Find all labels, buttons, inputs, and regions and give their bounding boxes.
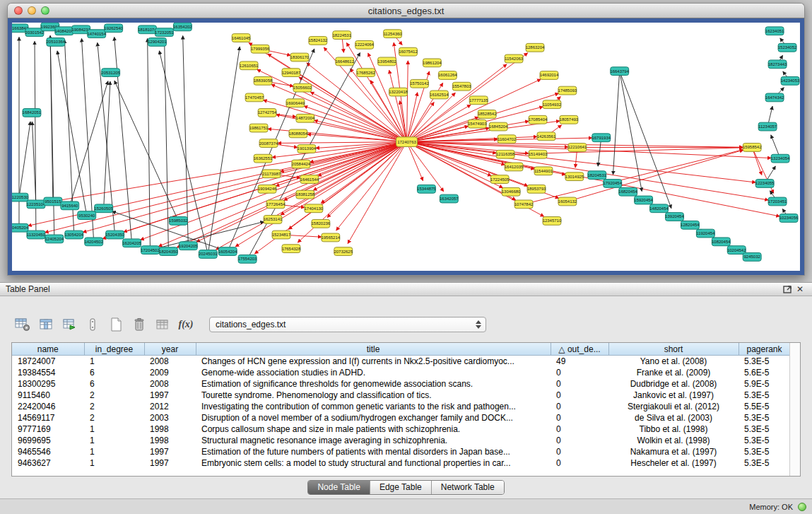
graph-node[interactable]: 18953793: [527, 185, 546, 193]
graph-node[interactable]: 16075412: [399, 47, 418, 56]
table-row[interactable]: 969969511998Structural magnetic resonanc…: [12, 435, 790, 446]
graph-node[interactable]: 13234054: [771, 154, 790, 163]
table-cell[interactable]: 5.9E-5: [739, 378, 790, 390]
graph-node[interactable]: 21173987: [262, 170, 281, 178]
table-cell[interactable]: 0: [551, 412, 608, 424]
graph-node[interactable]: 9245032: [743, 253, 761, 262]
table-cell[interactable]: 5.3E-5: [739, 390, 790, 401]
graph-node[interactable]: 17485093: [558, 86, 577, 95]
memory-indicator[interactable]: [798, 503, 806, 511]
graph-node[interactable]: 12234055: [755, 180, 775, 188]
graph-node[interactable]: 20584424: [292, 160, 311, 168]
graph-node[interactable]: 10747842: [514, 200, 534, 209]
graph-node[interactable]: 16253141: [264, 216, 283, 224]
graph-node[interactable]: 19565214: [321, 233, 340, 242]
table-cell[interactable]: Disruption of a novel member of a sodium…: [196, 412, 551, 424]
column-header-title[interactable]: title: [196, 343, 551, 356]
table-cell[interactable]: Wolkin et al. (1998): [608, 435, 739, 446]
tab-network-table[interactable]: Network Table: [431, 481, 504, 494]
graph-node[interactable]: 12116358: [496, 150, 515, 158]
table-cell[interactable]: Nakamura et al. (1997): [608, 446, 739, 457]
table-row[interactable]: 946362711997Embryonic stem cells: a mode…: [12, 457, 790, 469]
graph-node[interactable]: 9501515: [44, 197, 62, 206]
table-cell[interactable]: Stergiakouli et al. (2012): [608, 401, 739, 412]
graph-node[interactable]: 16791934: [592, 134, 611, 142]
table-cell[interactable]: 1: [84, 446, 144, 457]
table-cell[interactable]: 0: [551, 424, 608, 435]
table-cell[interactable]: 1: [84, 435, 144, 446]
zoom-window-button[interactable]: [41, 6, 49, 15]
graph-node[interactable]: 20732625: [334, 247, 353, 256]
table-cell[interactable]: 2008: [144, 378, 196, 390]
delete-column-button[interactable]: [129, 315, 149, 334]
table-cell[interactable]: 0: [551, 367, 608, 378]
window-titlebar[interactable]: citations_edges.txt: [7, 3, 805, 18]
graph-node[interactable]: 12940187: [282, 69, 301, 77]
graph-node[interactable]: 13220418: [389, 88, 408, 96]
table-row[interactable]: 1872400712008Changes of HCN gene express…: [12, 356, 790, 368]
table-cell[interactable]: 2: [84, 412, 144, 424]
graph-node[interactable]: 15750142: [410, 79, 429, 88]
graph-node[interactable]: 12610651: [240, 62, 259, 70]
graph-node[interactable]: 19094246: [258, 185, 277, 193]
table-cell[interactable]: 2: [84, 401, 144, 412]
table-cell[interactable]: 1: [84, 457, 144, 469]
table-cell[interactable]: Jankovic et al. (1997): [608, 390, 739, 401]
graph-node[interactable]: 14740154: [87, 30, 106, 38]
table-cell[interactable]: 0: [551, 401, 608, 412]
graph-node[interactable]: 16842051: [23, 109, 42, 117]
graph-node[interactable]: 12863204: [526, 43, 545, 52]
tab-edge-table[interactable]: Edge Table: [370, 481, 431, 494]
table-cell[interactable]: 1997: [144, 457, 196, 469]
table-cell[interactable]: 0: [551, 446, 608, 457]
graph-node[interactable]: 20531205: [101, 69, 120, 77]
row-options-button[interactable]: [83, 315, 102, 334]
graph-node[interactable]: 15344875: [417, 185, 436, 193]
table-cell[interactable]: 9465546: [12, 446, 84, 457]
graph-node[interactable]: 18224531: [332, 31, 351, 40]
table-cell[interactable]: Corpus callosum shape and size in male p…: [196, 424, 551, 435]
graph-node[interactable]: 15547803: [452, 82, 471, 90]
table-cell[interactable]: 9463627: [12, 457, 84, 469]
graph-node[interactable]: 19861751: [249, 124, 269, 132]
network-graph[interactable]: 1724076316461045179993561261065118839058…: [12, 23, 800, 271]
graph-node[interactable]: 16054132: [558, 197, 577, 206]
graph-node[interactable]: 12235104: [27, 200, 46, 209]
graph-node[interactable]: 15204350: [105, 230, 124, 239]
column-header-short[interactable]: short: [608, 343, 739, 356]
graph-node[interactable]: 16643794: [610, 67, 629, 76]
graph-node[interactable]: 11220530: [12, 193, 29, 201]
graph-node[interactable]: 16820454: [618, 187, 637, 196]
graph-node[interactable]: 16054204: [218, 247, 237, 256]
graph-node[interactable]: 16845204: [489, 122, 508, 131]
table-cell[interactable]: 0: [551, 378, 608, 390]
table-row[interactable]: 2242004622012Investigating the contribut…: [12, 401, 790, 412]
graph-node[interactable]: 15958542: [743, 144, 762, 152]
graph-node[interactable]: 10234056: [779, 214, 799, 223]
table-cell[interactable]: 6: [84, 367, 144, 378]
table-cell[interactable]: Tibbo et al. (1998): [608, 424, 739, 435]
graph-node[interactable]: 16354202: [173, 23, 192, 31]
graph-node[interactable]: 9530240: [78, 211, 96, 220]
graph-node[interactable]: 17240763: [396, 137, 418, 147]
graph-node[interactable]: 12210641: [568, 144, 587, 152]
table-cell[interactable]: 5.3E-5: [739, 446, 790, 457]
graph-node[interactable]: 17203451: [768, 197, 787, 206]
graph-node[interactable]: 19262540: [104, 24, 123, 33]
graph-node[interactable]: 12820454: [681, 221, 700, 229]
network-canvas[interactable]: 1724076316461045179993561261065118839058…: [12, 23, 800, 271]
table-cell[interactable]: Estimation of significance thresholds fo…: [196, 378, 551, 390]
graph-node[interactable]: 16412035: [505, 163, 524, 171]
graph-node[interactable]: 16234051: [765, 27, 784, 35]
graph-node[interactable]: 15234052: [778, 43, 797, 52]
graph-node[interactable]: 16474342: [765, 93, 784, 102]
table-selector-dropdown[interactable]: citations_edges.txt: [209, 317, 486, 332]
graph-node[interactable]: 18273443: [768, 60, 787, 69]
table-row[interactable]: 1456911722003Disruption of a novel membe…: [12, 412, 790, 424]
graph-node[interactable]: 18057493: [560, 115, 579, 124]
graph-node[interactable]: 17232051: [155, 28, 174, 37]
select-columns-button[interactable]: [36, 315, 56, 334]
table-cell[interactable]: Embryonic stem cells: a model to study s…: [196, 457, 551, 469]
graph-node[interactable]: 14692014: [540, 71, 559, 80]
graph-node[interactable]: 16061264: [438, 71, 457, 80]
